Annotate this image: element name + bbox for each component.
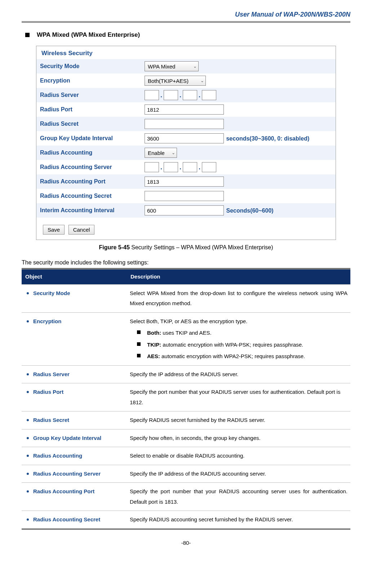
desc-text: Specify the port number that your RADIUS…	[127, 383, 350, 411]
dot-icon: .	[160, 164, 162, 171]
radius-acct-value: Enable	[148, 150, 165, 156]
radius-server-octet1[interactable]	[145, 90, 159, 100]
acct-secret-input[interactable]	[145, 191, 224, 201]
divider-top	[22, 21, 350, 23]
radius-port-input[interactable]	[145, 104, 224, 115]
sub-bold: TKIP:	[147, 342, 161, 348]
interim-suffix: Seconds(60~600)	[226, 208, 273, 214]
label-radius-secret: Radius Secret	[36, 117, 141, 131]
sub-bold: Both:	[147, 330, 161, 336]
desc-text: Specify the IP address of the RADIUS ser…	[127, 365, 350, 383]
section-title: WPA Mixed (WPA Mixed Enterprise)	[37, 31, 140, 39]
obj-label: Radius Accounting Server	[33, 471, 101, 477]
chevron-down-icon: ⌄	[200, 78, 204, 83]
security-mode-value: WPA Mixed	[148, 63, 175, 70]
table-row: Radius Accounting Secret Specify RADIUS …	[22, 511, 350, 529]
caption-bold: Figure 5-45	[99, 244, 129, 250]
radius-acct-select[interactable]: Enable ⌄	[145, 148, 177, 158]
desc-text: Specify RADIUS accounting secret furnish…	[127, 511, 350, 529]
bullet-icon	[27, 518, 29, 521]
radius-server-octet2[interactable]	[164, 90, 178, 100]
label-acct-port: Radius Accounting Port	[36, 174, 141, 189]
bullet-icon	[27, 292, 29, 294]
square-bullet-icon	[137, 330, 141, 334]
figure-caption: Figure 5-45 Security Settings – WPA Mixe…	[22, 244, 350, 251]
dot-icon: .	[199, 164, 200, 171]
dot-icon: .	[180, 92, 181, 99]
obj-label: Group Key Update Interval	[33, 435, 101, 441]
table-header: Object Description	[22, 270, 350, 285]
caption-rest: Security Settings – WPA Mixed (WPA Mixed…	[130, 244, 273, 250]
square-bullet-icon	[25, 33, 30, 37]
table-row: Group Key Update Interval Specify how of…	[22, 429, 350, 447]
obj-label: Radius Accounting	[33, 453, 82, 459]
radius-server-ip: ...	[141, 88, 336, 102]
label-radius-server: Radius Server	[36, 88, 141, 102]
encryption-select[interactable]: Both(TKIP+AES) ⌄	[145, 76, 206, 86]
sub-item: TKIP: automatic encryption with WPA-PSK;…	[137, 340, 347, 350]
acct-port-input[interactable]	[145, 177, 224, 187]
desc-intro: Select Both, TKIP, or AES as the encrypt…	[130, 316, 347, 327]
obj-label: Radius Accounting Port	[33, 488, 94, 494]
desc-cell: Select Both, TKIP, or AES as the encrypt…	[127, 312, 350, 365]
acct-server-octet3[interactable]	[183, 162, 197, 172]
group-key-input[interactable]	[145, 133, 224, 143]
desc-text: Specify the port number that your RADIUS…	[127, 483, 350, 511]
acct-server-octet4[interactable]	[202, 162, 216, 172]
table-row: Radius Port Specify the port number that…	[22, 383, 350, 411]
radius-server-octet4[interactable]	[202, 90, 216, 100]
obj-label: Encryption	[33, 318, 61, 324]
sub-text: uses TKIP and AES.	[161, 330, 212, 336]
settings-table: Object Description Security Mode Select …	[22, 269, 350, 529]
page-footer: -80-	[22, 540, 350, 546]
table-row: Radius Accounting Select to enable or di…	[22, 447, 350, 465]
label-encryption: Encryption	[36, 74, 141, 88]
bullet-icon	[27, 490, 29, 493]
group-key-suffix: seconds(30~3600, 0: disabled)	[226, 135, 309, 142]
table-row: Radius Accounting Port Specify the port …	[22, 483, 350, 511]
desc-text: Specify RADIUS secret furnished by the R…	[127, 411, 350, 429]
page-header: User Manual of WAP-200N/WBS-200N	[22, 11, 350, 21]
save-button[interactable]: Save	[43, 225, 65, 235]
obj-label: Radius Port	[33, 389, 63, 395]
dot-icon: .	[180, 164, 181, 171]
label-radius-port: Radius Port	[36, 102, 141, 117]
acct-server-ip: ...	[141, 160, 336, 174]
form-table: Security Mode WPA Mixed ⌄ Encryption Bot…	[36, 59, 336, 218]
sub-bold: AES:	[147, 353, 160, 359]
table-row: Encryption Select Both, TKIP, or AES as …	[22, 312, 350, 365]
interim-input[interactable]	[145, 205, 224, 215]
acct-server-octet1[interactable]	[145, 162, 159, 172]
obj-label: Radius Accounting Secret	[33, 516, 100, 522]
settings-table-wrap: Object Description Security Mode Select …	[22, 268, 350, 530]
label-acct-server: Radius Accounting Server	[36, 160, 141, 174]
table-row: Security Mode Select WPA Mixed from the …	[22, 284, 350, 312]
dot-icon: .	[199, 92, 200, 99]
settings-panel: Wireless Security Security Mode WPA Mixe…	[36, 46, 336, 240]
sub-item: AES: automatic encryption with WPA2-PSK;…	[137, 351, 347, 362]
bullet-icon	[27, 437, 29, 439]
cancel-button[interactable]: Cancel	[68, 225, 95, 235]
bullet-icon	[27, 320, 29, 322]
table-row: Radius Accounting Server Specify the IP …	[22, 465, 350, 483]
chevron-down-icon: ⌄	[193, 64, 197, 69]
security-mode-select[interactable]: WPA Mixed ⌄	[145, 61, 199, 71]
table-row: Radius Secret Specify RADIUS secret furn…	[22, 411, 350, 429]
sub-text: automatic encryption with WPA2-PSK; requ…	[160, 353, 305, 359]
button-row: Save Cancel	[43, 225, 336, 235]
bullet-icon	[27, 419, 29, 421]
intro-text: The security mode includes the following…	[22, 259, 350, 266]
dot-icon: .	[160, 92, 162, 99]
desc-text: Select WPA Mixed from the drop-down list…	[127, 284, 350, 312]
radius-secret-input[interactable]	[145, 119, 224, 129]
bullet-icon	[27, 391, 29, 393]
label-radius-acct: Radius Accounting	[36, 146, 141, 160]
desc-text: Specify how often, in seconds, the group…	[127, 429, 350, 447]
acct-server-octet2[interactable]	[164, 162, 178, 172]
sub-text: automatic encryption with WPA-PSK; requi…	[161, 342, 303, 348]
label-acct-secret: Radius Accounting Secret	[36, 189, 141, 203]
radius-server-octet3[interactable]	[183, 90, 197, 100]
desc-text: Specify the IP address of the RADIUS acc…	[127, 465, 350, 483]
sub-item: Both: uses TKIP and AES.	[137, 328, 347, 338]
obj-label: Radius Secret	[33, 417, 69, 423]
